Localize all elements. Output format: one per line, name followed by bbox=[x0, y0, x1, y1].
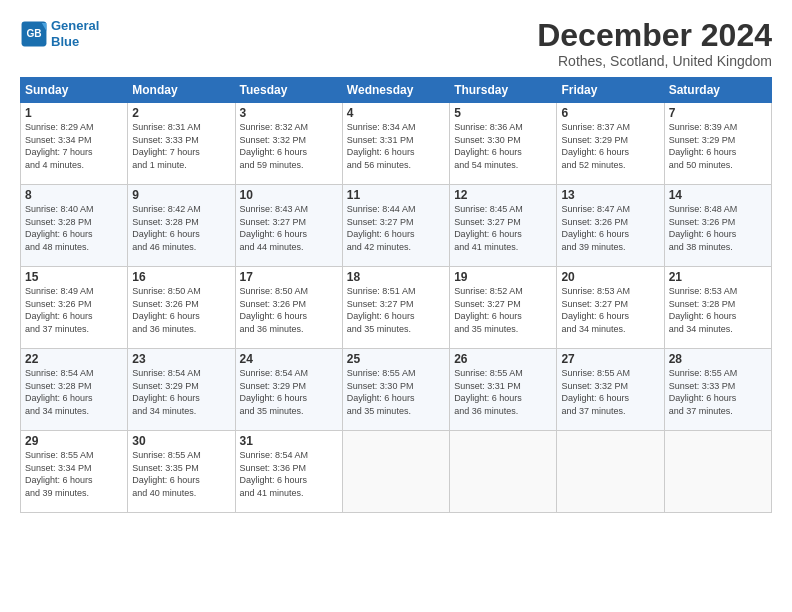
day-info: Sunrise: 8:39 AM Sunset: 3:29 PM Dayligh… bbox=[669, 121, 767, 171]
calendar-table: Sunday Monday Tuesday Wednesday Thursday… bbox=[20, 77, 772, 513]
calendar-cell: 17Sunrise: 8:50 AM Sunset: 3:26 PM Dayli… bbox=[235, 267, 342, 349]
day-number: 16 bbox=[132, 270, 230, 284]
header-saturday: Saturday bbox=[664, 78, 771, 103]
day-number: 1 bbox=[25, 106, 123, 120]
day-number: 6 bbox=[561, 106, 659, 120]
day-number: 5 bbox=[454, 106, 552, 120]
calendar-week-row: 29Sunrise: 8:55 AM Sunset: 3:34 PM Dayli… bbox=[21, 431, 772, 513]
day-info: Sunrise: 8:49 AM Sunset: 3:26 PM Dayligh… bbox=[25, 285, 123, 335]
day-info: Sunrise: 8:55 AM Sunset: 3:33 PM Dayligh… bbox=[669, 367, 767, 417]
day-number: 29 bbox=[25, 434, 123, 448]
day-info: Sunrise: 8:29 AM Sunset: 3:34 PM Dayligh… bbox=[25, 121, 123, 171]
header-wednesday: Wednesday bbox=[342, 78, 449, 103]
calendar-cell: 27Sunrise: 8:55 AM Sunset: 3:32 PM Dayli… bbox=[557, 349, 664, 431]
header-monday: Monday bbox=[128, 78, 235, 103]
calendar-cell: 15Sunrise: 8:49 AM Sunset: 3:26 PM Dayli… bbox=[21, 267, 128, 349]
calendar-cell bbox=[450, 431, 557, 513]
calendar-header-row: Sunday Monday Tuesday Wednesday Thursday… bbox=[21, 78, 772, 103]
day-number: 31 bbox=[240, 434, 338, 448]
day-number: 20 bbox=[561, 270, 659, 284]
day-info: Sunrise: 8:54 AM Sunset: 3:36 PM Dayligh… bbox=[240, 449, 338, 499]
day-info: Sunrise: 8:54 AM Sunset: 3:29 PM Dayligh… bbox=[240, 367, 338, 417]
day-info: Sunrise: 8:53 AM Sunset: 3:27 PM Dayligh… bbox=[561, 285, 659, 335]
calendar-cell: 31Sunrise: 8:54 AM Sunset: 3:36 PM Dayli… bbox=[235, 431, 342, 513]
calendar-cell: 2Sunrise: 8:31 AM Sunset: 3:33 PM Daylig… bbox=[128, 103, 235, 185]
day-number: 22 bbox=[25, 352, 123, 366]
day-info: Sunrise: 8:44 AM Sunset: 3:27 PM Dayligh… bbox=[347, 203, 445, 253]
day-number: 17 bbox=[240, 270, 338, 284]
calendar-cell: 20Sunrise: 8:53 AM Sunset: 3:27 PM Dayli… bbox=[557, 267, 664, 349]
day-number: 2 bbox=[132, 106, 230, 120]
logo: GB General Blue bbox=[20, 18, 99, 49]
calendar-cell: 18Sunrise: 8:51 AM Sunset: 3:27 PM Dayli… bbox=[342, 267, 449, 349]
day-info: Sunrise: 8:37 AM Sunset: 3:29 PM Dayligh… bbox=[561, 121, 659, 171]
calendar-cell bbox=[664, 431, 771, 513]
calendar-week-row: 22Sunrise: 8:54 AM Sunset: 3:28 PM Dayli… bbox=[21, 349, 772, 431]
title-area: December 2024 Rothes, Scotland, United K… bbox=[537, 18, 772, 69]
logo-icon: GB bbox=[20, 20, 48, 48]
calendar-cell: 8Sunrise: 8:40 AM Sunset: 3:28 PM Daylig… bbox=[21, 185, 128, 267]
day-number: 30 bbox=[132, 434, 230, 448]
day-number: 24 bbox=[240, 352, 338, 366]
day-info: Sunrise: 8:52 AM Sunset: 3:27 PM Dayligh… bbox=[454, 285, 552, 335]
calendar-cell: 26Sunrise: 8:55 AM Sunset: 3:31 PM Dayli… bbox=[450, 349, 557, 431]
day-info: Sunrise: 8:50 AM Sunset: 3:26 PM Dayligh… bbox=[132, 285, 230, 335]
day-number: 10 bbox=[240, 188, 338, 202]
calendar-week-row: 15Sunrise: 8:49 AM Sunset: 3:26 PM Dayli… bbox=[21, 267, 772, 349]
calendar-cell: 3Sunrise: 8:32 AM Sunset: 3:32 PM Daylig… bbox=[235, 103, 342, 185]
logo-text: General Blue bbox=[51, 18, 99, 49]
calendar-cell bbox=[557, 431, 664, 513]
day-info: Sunrise: 8:54 AM Sunset: 3:28 PM Dayligh… bbox=[25, 367, 123, 417]
calendar-cell: 25Sunrise: 8:55 AM Sunset: 3:30 PM Dayli… bbox=[342, 349, 449, 431]
day-info: Sunrise: 8:43 AM Sunset: 3:27 PM Dayligh… bbox=[240, 203, 338, 253]
calendar-cell: 23Sunrise: 8:54 AM Sunset: 3:29 PM Dayli… bbox=[128, 349, 235, 431]
day-number: 7 bbox=[669, 106, 767, 120]
calendar-cell: 28Sunrise: 8:55 AM Sunset: 3:33 PM Dayli… bbox=[664, 349, 771, 431]
day-number: 23 bbox=[132, 352, 230, 366]
day-info: Sunrise: 8:40 AM Sunset: 3:28 PM Dayligh… bbox=[25, 203, 123, 253]
day-number: 18 bbox=[347, 270, 445, 284]
day-number: 21 bbox=[669, 270, 767, 284]
calendar-cell: 21Sunrise: 8:53 AM Sunset: 3:28 PM Dayli… bbox=[664, 267, 771, 349]
month-title: December 2024 bbox=[537, 18, 772, 53]
calendar-cell: 30Sunrise: 8:55 AM Sunset: 3:35 PM Dayli… bbox=[128, 431, 235, 513]
day-number: 8 bbox=[25, 188, 123, 202]
day-info: Sunrise: 8:42 AM Sunset: 3:28 PM Dayligh… bbox=[132, 203, 230, 253]
calendar-week-row: 8Sunrise: 8:40 AM Sunset: 3:28 PM Daylig… bbox=[21, 185, 772, 267]
day-number: 15 bbox=[25, 270, 123, 284]
header-thursday: Thursday bbox=[450, 78, 557, 103]
day-number: 27 bbox=[561, 352, 659, 366]
calendar-cell: 6Sunrise: 8:37 AM Sunset: 3:29 PM Daylig… bbox=[557, 103, 664, 185]
day-info: Sunrise: 8:55 AM Sunset: 3:31 PM Dayligh… bbox=[454, 367, 552, 417]
calendar-cell: 4Sunrise: 8:34 AM Sunset: 3:31 PM Daylig… bbox=[342, 103, 449, 185]
day-number: 26 bbox=[454, 352, 552, 366]
calendar-cell: 1Sunrise: 8:29 AM Sunset: 3:34 PM Daylig… bbox=[21, 103, 128, 185]
day-info: Sunrise: 8:54 AM Sunset: 3:29 PM Dayligh… bbox=[132, 367, 230, 417]
calendar-cell: 7Sunrise: 8:39 AM Sunset: 3:29 PM Daylig… bbox=[664, 103, 771, 185]
day-info: Sunrise: 8:34 AM Sunset: 3:31 PM Dayligh… bbox=[347, 121, 445, 171]
header-sunday: Sunday bbox=[21, 78, 128, 103]
day-info: Sunrise: 8:48 AM Sunset: 3:26 PM Dayligh… bbox=[669, 203, 767, 253]
calendar-cell: 29Sunrise: 8:55 AM Sunset: 3:34 PM Dayli… bbox=[21, 431, 128, 513]
calendar-page: GB General Blue December 2024 Rothes, Sc… bbox=[0, 0, 792, 612]
day-info: Sunrise: 8:55 AM Sunset: 3:35 PM Dayligh… bbox=[132, 449, 230, 499]
day-info: Sunrise: 8:51 AM Sunset: 3:27 PM Dayligh… bbox=[347, 285, 445, 335]
location: Rothes, Scotland, United Kingdom bbox=[537, 53, 772, 69]
day-info: Sunrise: 8:55 AM Sunset: 3:34 PM Dayligh… bbox=[25, 449, 123, 499]
calendar-cell: 24Sunrise: 8:54 AM Sunset: 3:29 PM Dayli… bbox=[235, 349, 342, 431]
day-number: 14 bbox=[669, 188, 767, 202]
day-number: 25 bbox=[347, 352, 445, 366]
calendar-cell: 11Sunrise: 8:44 AM Sunset: 3:27 PM Dayli… bbox=[342, 185, 449, 267]
calendar-cell: 9Sunrise: 8:42 AM Sunset: 3:28 PM Daylig… bbox=[128, 185, 235, 267]
day-info: Sunrise: 8:45 AM Sunset: 3:27 PM Dayligh… bbox=[454, 203, 552, 253]
calendar-cell: 10Sunrise: 8:43 AM Sunset: 3:27 PM Dayli… bbox=[235, 185, 342, 267]
day-info: Sunrise: 8:36 AM Sunset: 3:30 PM Dayligh… bbox=[454, 121, 552, 171]
day-info: Sunrise: 8:50 AM Sunset: 3:26 PM Dayligh… bbox=[240, 285, 338, 335]
day-number: 19 bbox=[454, 270, 552, 284]
day-info: Sunrise: 8:55 AM Sunset: 3:30 PM Dayligh… bbox=[347, 367, 445, 417]
day-number: 3 bbox=[240, 106, 338, 120]
day-info: Sunrise: 8:53 AM Sunset: 3:28 PM Dayligh… bbox=[669, 285, 767, 335]
day-info: Sunrise: 8:32 AM Sunset: 3:32 PM Dayligh… bbox=[240, 121, 338, 171]
calendar-cell: 13Sunrise: 8:47 AM Sunset: 3:26 PM Dayli… bbox=[557, 185, 664, 267]
svg-text:GB: GB bbox=[26, 28, 41, 39]
